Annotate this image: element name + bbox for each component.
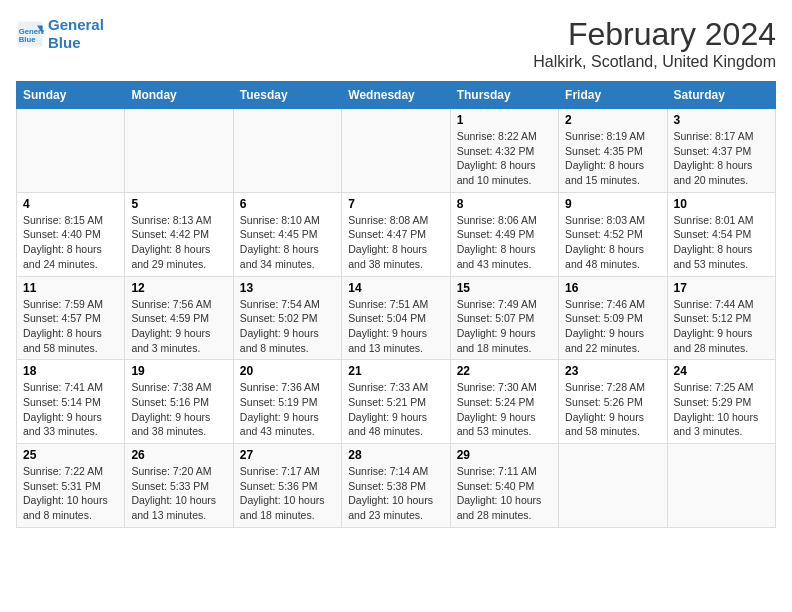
calendar-cell: [125, 109, 233, 193]
calendar-cell: 4Sunrise: 8:15 AM Sunset: 4:40 PM Daylig…: [17, 192, 125, 276]
day-number: 19: [131, 364, 226, 378]
day-number: 25: [23, 448, 118, 462]
cell-content: Sunrise: 7:17 AM Sunset: 5:36 PM Dayligh…: [240, 464, 335, 523]
cell-content: Sunrise: 8:10 AM Sunset: 4:45 PM Dayligh…: [240, 213, 335, 272]
day-number: 24: [674, 364, 769, 378]
main-title: February 2024: [533, 16, 776, 53]
calendar-cell: 6Sunrise: 8:10 AM Sunset: 4:45 PM Daylig…: [233, 192, 341, 276]
calendar-cell: 22Sunrise: 7:30 AM Sunset: 5:24 PM Dayli…: [450, 360, 558, 444]
cell-content: Sunrise: 7:59 AM Sunset: 4:57 PM Dayligh…: [23, 297, 118, 356]
cell-content: Sunrise: 8:03 AM Sunset: 4:52 PM Dayligh…: [565, 213, 660, 272]
week-row-3: 18Sunrise: 7:41 AM Sunset: 5:14 PM Dayli…: [17, 360, 776, 444]
day-number: 14: [348, 281, 443, 295]
day-number: 28: [348, 448, 443, 462]
cell-content: Sunrise: 8:01 AM Sunset: 4:54 PM Dayligh…: [674, 213, 769, 272]
cell-content: Sunrise: 7:46 AM Sunset: 5:09 PM Dayligh…: [565, 297, 660, 356]
calendar-cell: [233, 109, 341, 193]
cell-content: Sunrise: 7:25 AM Sunset: 5:29 PM Dayligh…: [674, 380, 769, 439]
logo-icon: General Blue: [16, 20, 44, 48]
logo-text: General: [48, 16, 104, 34]
calendar-cell: 5Sunrise: 8:13 AM Sunset: 4:42 PM Daylig…: [125, 192, 233, 276]
calendar-cell: 21Sunrise: 7:33 AM Sunset: 5:21 PM Dayli…: [342, 360, 450, 444]
cell-content: Sunrise: 7:14 AM Sunset: 5:38 PM Dayligh…: [348, 464, 443, 523]
day-number: 13: [240, 281, 335, 295]
cell-content: Sunrise: 7:38 AM Sunset: 5:16 PM Dayligh…: [131, 380, 226, 439]
calendar-cell: [342, 109, 450, 193]
week-row-4: 25Sunrise: 7:22 AM Sunset: 5:31 PM Dayli…: [17, 444, 776, 528]
day-number: 5: [131, 197, 226, 211]
week-row-1: 4Sunrise: 8:15 AM Sunset: 4:40 PM Daylig…: [17, 192, 776, 276]
day-number: 6: [240, 197, 335, 211]
week-row-0: 1Sunrise: 8:22 AM Sunset: 4:32 PM Daylig…: [17, 109, 776, 193]
calendar-cell: 2Sunrise: 8:19 AM Sunset: 4:35 PM Daylig…: [559, 109, 667, 193]
logo-general: General: [48, 16, 104, 33]
day-number: 3: [674, 113, 769, 127]
day-number: 12: [131, 281, 226, 295]
calendar-cell: 17Sunrise: 7:44 AM Sunset: 5:12 PM Dayli…: [667, 276, 775, 360]
calendar-cell: 25Sunrise: 7:22 AM Sunset: 5:31 PM Dayli…: [17, 444, 125, 528]
calendar-cell: 28Sunrise: 7:14 AM Sunset: 5:38 PM Dayli…: [342, 444, 450, 528]
cell-content: Sunrise: 7:51 AM Sunset: 5:04 PM Dayligh…: [348, 297, 443, 356]
day-number: 8: [457, 197, 552, 211]
calendar-cell: 18Sunrise: 7:41 AM Sunset: 5:14 PM Dayli…: [17, 360, 125, 444]
calendar-cell: 10Sunrise: 8:01 AM Sunset: 4:54 PM Dayli…: [667, 192, 775, 276]
calendar-cell: [559, 444, 667, 528]
cell-content: Sunrise: 8:17 AM Sunset: 4:37 PM Dayligh…: [674, 129, 769, 188]
calendar-body: 1Sunrise: 8:22 AM Sunset: 4:32 PM Daylig…: [17, 109, 776, 528]
cell-content: Sunrise: 8:13 AM Sunset: 4:42 PM Dayligh…: [131, 213, 226, 272]
calendar-cell: 15Sunrise: 7:49 AM Sunset: 5:07 PM Dayli…: [450, 276, 558, 360]
calendar-cell: 23Sunrise: 7:28 AM Sunset: 5:26 PM Dayli…: [559, 360, 667, 444]
day-number: 21: [348, 364, 443, 378]
cell-content: Sunrise: 7:11 AM Sunset: 5:40 PM Dayligh…: [457, 464, 552, 523]
header-day-sunday: Sunday: [17, 82, 125, 109]
header-day-monday: Monday: [125, 82, 233, 109]
calendar-cell: 9Sunrise: 8:03 AM Sunset: 4:52 PM Daylig…: [559, 192, 667, 276]
day-number: 23: [565, 364, 660, 378]
cell-content: Sunrise: 7:49 AM Sunset: 5:07 PM Dayligh…: [457, 297, 552, 356]
calendar-cell: 20Sunrise: 7:36 AM Sunset: 5:19 PM Dayli…: [233, 360, 341, 444]
header-day-wednesday: Wednesday: [342, 82, 450, 109]
cell-content: Sunrise: 8:15 AM Sunset: 4:40 PM Dayligh…: [23, 213, 118, 272]
header-day-thursday: Thursday: [450, 82, 558, 109]
title-area: February 2024 Halkirk, Scotland, United …: [533, 16, 776, 71]
header-day-friday: Friday: [559, 82, 667, 109]
calendar-cell: 3Sunrise: 8:17 AM Sunset: 4:37 PM Daylig…: [667, 109, 775, 193]
logo-blue: Blue: [48, 34, 104, 52]
day-number: 18: [23, 364, 118, 378]
cell-content: Sunrise: 8:08 AM Sunset: 4:47 PM Dayligh…: [348, 213, 443, 272]
calendar-cell: 7Sunrise: 8:08 AM Sunset: 4:47 PM Daylig…: [342, 192, 450, 276]
calendar-table: SundayMondayTuesdayWednesdayThursdayFrid…: [16, 81, 776, 528]
calendar-cell: 26Sunrise: 7:20 AM Sunset: 5:33 PM Dayli…: [125, 444, 233, 528]
day-number: 27: [240, 448, 335, 462]
calendar-cell: [667, 444, 775, 528]
day-number: 1: [457, 113, 552, 127]
cell-content: Sunrise: 7:54 AM Sunset: 5:02 PM Dayligh…: [240, 297, 335, 356]
svg-text:Blue: Blue: [19, 35, 36, 44]
day-number: 26: [131, 448, 226, 462]
calendar-cell: 11Sunrise: 7:59 AM Sunset: 4:57 PM Dayli…: [17, 276, 125, 360]
day-number: 4: [23, 197, 118, 211]
calendar-header: SundayMondayTuesdayWednesdayThursdayFrid…: [17, 82, 776, 109]
calendar-cell: 13Sunrise: 7:54 AM Sunset: 5:02 PM Dayli…: [233, 276, 341, 360]
subtitle: Halkirk, Scotland, United Kingdom: [533, 53, 776, 71]
cell-content: Sunrise: 8:06 AM Sunset: 4:49 PM Dayligh…: [457, 213, 552, 272]
cell-content: Sunrise: 7:44 AM Sunset: 5:12 PM Dayligh…: [674, 297, 769, 356]
week-row-2: 11Sunrise: 7:59 AM Sunset: 4:57 PM Dayli…: [17, 276, 776, 360]
cell-content: Sunrise: 7:56 AM Sunset: 4:59 PM Dayligh…: [131, 297, 226, 356]
cell-content: Sunrise: 7:20 AM Sunset: 5:33 PM Dayligh…: [131, 464, 226, 523]
logo: General Blue General Blue: [16, 16, 104, 52]
day-number: 9: [565, 197, 660, 211]
cell-content: Sunrise: 7:36 AM Sunset: 5:19 PM Dayligh…: [240, 380, 335, 439]
cell-content: Sunrise: 8:19 AM Sunset: 4:35 PM Dayligh…: [565, 129, 660, 188]
calendar-cell: 14Sunrise: 7:51 AM Sunset: 5:04 PM Dayli…: [342, 276, 450, 360]
calendar-cell: 27Sunrise: 7:17 AM Sunset: 5:36 PM Dayli…: [233, 444, 341, 528]
cell-content: Sunrise: 7:28 AM Sunset: 5:26 PM Dayligh…: [565, 380, 660, 439]
header-day-tuesday: Tuesday: [233, 82, 341, 109]
header-day-saturday: Saturday: [667, 82, 775, 109]
calendar-cell: 8Sunrise: 8:06 AM Sunset: 4:49 PM Daylig…: [450, 192, 558, 276]
calendar-cell: 29Sunrise: 7:11 AM Sunset: 5:40 PM Dayli…: [450, 444, 558, 528]
day-number: 20: [240, 364, 335, 378]
day-number: 7: [348, 197, 443, 211]
day-number: 17: [674, 281, 769, 295]
cell-content: Sunrise: 8:22 AM Sunset: 4:32 PM Dayligh…: [457, 129, 552, 188]
